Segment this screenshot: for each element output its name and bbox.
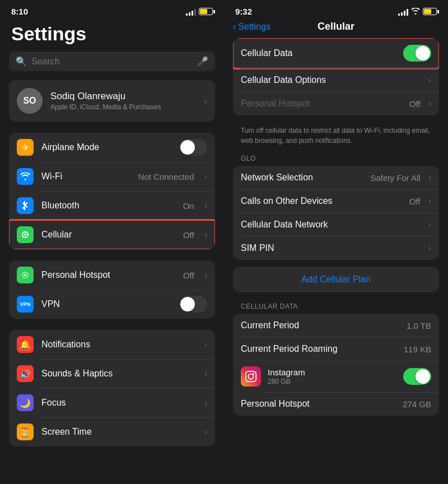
bar1 (186, 13, 188, 16)
cellular-data-network-label: Cellular Data Network (241, 220, 421, 230)
notifications-label: Notifications (41, 339, 194, 350)
cellular-data-row[interactable]: Cellular Data (233, 38, 439, 68)
wifi-chevron-icon: › (204, 171, 207, 182)
left-time: 8:10 (11, 7, 28, 16)
rbar2 (401, 12, 403, 16)
hotspot-value: Off (183, 271, 194, 280)
right-wifi-icon (411, 7, 420, 16)
cellular-info-text: Turn off cellular data to restrict all d… (233, 122, 439, 151)
notifications-chevron-icon: › (204, 339, 207, 350)
current-period-label: Current Period (241, 320, 401, 331)
instagram-toggle[interactable] (403, 368, 431, 385)
bar4 (194, 9, 196, 16)
cellular-data-options-chevron-icon: › (428, 75, 431, 85)
right-signal-bars-icon (398, 8, 408, 16)
sounds-chevron-icon: › (204, 369, 207, 379)
calls-other-devices-value: Off (409, 197, 421, 206)
network-selection-label: Network Selection (241, 173, 365, 183)
sim-pin-row[interactable]: SIM PIN › (233, 236, 439, 260)
wifi-icon (17, 168, 34, 185)
current-period-roaming-row: Current Period Roaming 119 KB (233, 337, 439, 361)
right-content: Cellular Data Cellular Data Options › Pe… (224, 38, 448, 484)
profile-row[interactable]: SO Sodiq Olanrewaju Apple ID, iCloud, Me… (9, 80, 215, 122)
network-settings-group: ✈ Airplane Mode Wi-Fi Not Connected › Bl… (9, 133, 215, 249)
personal-hotspot-data-value: 274 GB (403, 399, 431, 409)
add-cellular-plan-button[interactable]: Add Cellular Plan (233, 267, 439, 292)
cellular-data-options-label: Cellular Data Options (241, 75, 421, 85)
instagram-toggle-knob (416, 369, 430, 384)
bar3 (192, 11, 193, 16)
screen-time-icon: ⏳ (17, 424, 34, 440)
cellular-chevron-icon: › (204, 230, 207, 240)
personal-hotspot-data-row: Personal Hotspot 274 GB (233, 392, 439, 416)
airplane-mode-row[interactable]: ✈ Airplane Mode (9, 133, 215, 162)
calls-chevron-icon: › (428, 196, 431, 206)
screen-time-label: Screen Time (41, 427, 194, 437)
battery-fill (200, 9, 207, 14)
right-personal-hotspot-row[interactable]: Personal Hotspot Off › (233, 92, 439, 115)
hotspot-chevron-icon: › (204, 270, 207, 280)
sounds-row[interactable]: 🔊 Sounds & Haptics › (9, 359, 215, 388)
cellular-data-section-header: CELLULAR DATA (233, 299, 439, 314)
profile-subtitle: Apple ID, iCloud, Media & Purchases (50, 103, 196, 111)
notifications-row[interactable]: 🔔 Notifications › (9, 330, 215, 359)
airplane-mode-label: Airplane Mode (41, 142, 171, 152)
current-period-row: Current Period 1.0 TB (233, 314, 439, 337)
bluetooth-row[interactable]: Bluetooth On › (9, 191, 215, 220)
left-status-bar: 8:10 (0, 0, 224, 18)
network-selection-value: Safety For All (370, 173, 420, 183)
cellular-row[interactable]: Cellular Off › (9, 220, 215, 249)
cellular-icon (17, 226, 34, 243)
bluetooth-icon (17, 197, 34, 214)
svg-point-2 (24, 274, 26, 276)
calls-other-devices-row[interactable]: Calls on Other Devices Off › (233, 189, 439, 213)
sounds-label: Sounds & Haptics (41, 369, 194, 379)
wifi-row[interactable]: Wi-Fi Not Connected › (9, 162, 215, 191)
cellular-label: Cellular (41, 230, 175, 240)
cellular-data-toggle-knob (416, 46, 430, 61)
right-personal-hotspot-label: Personal Hotspot (241, 99, 404, 109)
right-personal-hotspot-value: Off (409, 99, 421, 109)
cellular-data-network-row[interactable]: Cellular Data Network › (233, 213, 439, 236)
right-battery-icon (423, 8, 437, 15)
profile-name: Sodiq Olanrewaju (50, 91, 196, 102)
airplane-mode-toggle[interactable] (179, 139, 207, 156)
add-plan-label: Add Cellular Plan (301, 274, 371, 285)
search-bar[interactable]: 🔍 🎤 (9, 52, 215, 71)
bluetooth-chevron-icon: › (204, 201, 207, 211)
rbar1 (398, 13, 400, 16)
misc-settings-group: 🔔 Notifications › 🔊 Sounds & Haptics › 🌙… (9, 330, 215, 446)
instagram-size: 280 GB (268, 378, 396, 385)
vpn-row[interactable]: VPN VPN (9, 290, 215, 319)
cellular-data-toggle[interactable] (403, 45, 431, 62)
cdn-chevron-icon: › (428, 220, 431, 230)
bluetooth-value: On (183, 201, 194, 211)
glo-group: Network Selection Safety For All › Calls… (233, 166, 439, 260)
avatar: SO (17, 88, 43, 114)
vpn-toggle[interactable] (179, 296, 207, 313)
hotspot-label: Personal Hotspot (41, 270, 175, 280)
cellular-data-stats-group: Current Period 1.0 TB Current Period Roa… (233, 314, 439, 416)
instagram-app-row[interactable]: Instagram 280 GB (233, 361, 439, 392)
back-button[interactable]: ‹ Settings (233, 22, 270, 32)
notifications-icon: 🔔 (17, 336, 34, 353)
search-input[interactable] (31, 57, 193, 67)
cellular-data-options-row[interactable]: Cellular Data Options › (233, 68, 439, 92)
focus-row[interactable]: 🌙 Focus › (9, 388, 215, 417)
network-selection-row[interactable]: Network Selection Safety For All › (233, 166, 439, 189)
cellular-value: Off (183, 230, 194, 240)
vpn-toggle-knob (180, 297, 195, 311)
right-nav: ‹ Settings Cellular (224, 18, 448, 38)
page-title: Cellular (318, 21, 354, 32)
vpn-label: VPN (41, 299, 171, 309)
screen-time-row[interactable]: ⏳ Screen Time › (9, 417, 215, 446)
instagram-icon (241, 366, 261, 387)
personal-hotspot-row[interactable]: Personal Hotspot Off › (9, 260, 215, 290)
right-time: 9:32 (235, 7, 252, 16)
hotspot-vpn-group: Personal Hotspot Off › VPN VPN (9, 260, 215, 319)
profile-chevron-icon: › (204, 95, 207, 107)
airplane-mode-icon: ✈ (17, 139, 34, 156)
signal-bars-icon (186, 8, 196, 16)
calls-other-devices-label: Calls on Other Devices (241, 196, 404, 206)
svg-point-1 (24, 234, 26, 236)
